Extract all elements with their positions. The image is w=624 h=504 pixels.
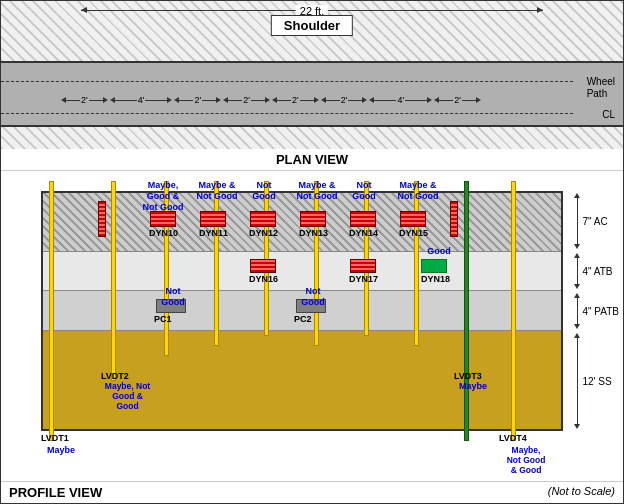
lvdt4-post (511, 181, 516, 441)
dyn13-block (300, 211, 326, 227)
dim-2-4: 2' (272, 95, 319, 105)
ss-dim-row: 12' SS (574, 331, 619, 431)
dyn17-block (350, 259, 376, 273)
dyn10-label: DYN10 (149, 228, 178, 238)
plan-view-label: PLAN VIEW (1, 149, 623, 171)
road-area: 22 ft. Shoulder (1, 1, 623, 149)
wheel-path-line (1, 81, 573, 82)
shoulder-top: 22 ft. Shoulder (1, 1, 623, 63)
dyn12-block (250, 211, 276, 227)
patb-dim-row: 4" PATB (574, 291, 619, 331)
anno-dyn12: NotGood (244, 180, 284, 202)
not-to-scale-label: (Not to Scale) (548, 485, 615, 500)
dyn16-block (250, 259, 276, 273)
anno-dyn18-good: Good (421, 246, 457, 257)
lvdt3-red-block (450, 201, 458, 237)
anno-dyn14: NotGood (344, 180, 384, 202)
anno-pc2: NotGood (293, 286, 333, 308)
dyn10-block (150, 211, 176, 227)
dyn11-post (214, 181, 219, 346)
anno-lvdt1: Maybe (41, 445, 81, 456)
anno-lvdt2: Maybe, NotGood &Good (100, 381, 155, 412)
anno-lvdt4: Maybe,Not Good& Good (498, 445, 554, 476)
wheel-path-label: WheelPath (587, 76, 615, 100)
dim-2-5: 2' (321, 95, 368, 105)
dyn14-label: DYN14 (349, 228, 378, 238)
anno-dyn11: Maybe &Not Good (193, 180, 241, 202)
anno-pc1: NotGood (153, 286, 193, 308)
dyn11-block (200, 211, 226, 227)
dim-4-1: 4' (110, 95, 173, 105)
atb-dim-row: 4" ATB (574, 251, 619, 291)
lvdt2-red-block (98, 201, 106, 237)
anno-lvdt3: Maybe (451, 381, 495, 392)
bottom-section: PLAN VIEW (1, 149, 623, 503)
pc1-label: PC1 (154, 314, 172, 324)
lvdt1-post (49, 181, 54, 441)
bottom-label-row: PROFILE VIEW (Not to Scale) (1, 481, 623, 503)
profile-area: 7" AC 4" ATB (1, 171, 623, 481)
lvdt2-label: LVDT2 (101, 371, 129, 381)
lvdt3-label: LVDT3 (454, 371, 482, 381)
profile-view-label: PROFILE VIEW (9, 485, 102, 500)
lvdt4-label: LVDT4 (499, 433, 527, 443)
dim-2-3: 2' (223, 95, 270, 105)
pc2-label: PC2 (294, 314, 312, 324)
dyn14-block (350, 211, 376, 227)
shoulder-label: Shoulder (271, 15, 353, 36)
ac-dim-label: 7" AC (582, 216, 607, 227)
dyn18-label: DYN18 (421, 274, 450, 284)
anno-dyn15: Maybe &Not Good (394, 180, 442, 202)
dim-4-2: 4' (369, 95, 432, 105)
dyn13-label: DYN13 (299, 228, 328, 238)
dyn16-label: DYN16 (249, 274, 278, 284)
anno-dyn10: Maybe,Good &Not Good (141, 180, 185, 212)
dim-2-1: 2' (61, 95, 108, 105)
road-gray: 2' 4' (1, 63, 623, 125)
atb-dim-label: 4" ATB (582, 266, 612, 277)
patb-dim-label: 4" PATB (582, 306, 619, 317)
lvdt2-post (111, 181, 116, 381)
dyn15-label: DYN15 (399, 228, 428, 238)
cl-label: CL (602, 109, 615, 120)
top-section: 22 ft. Shoulder (1, 1, 623, 149)
ac-dim-row: 7" AC (574, 191, 619, 251)
atb-layer (41, 251, 563, 291)
lvdt1-label: LVDT1 (41, 433, 69, 443)
shoulder-bottom (1, 125, 623, 149)
dyn17-label: DYN17 (349, 274, 378, 284)
dyn15-block (400, 211, 426, 227)
ss-dim-label: 12' SS (582, 376, 611, 387)
right-dims: 7" AC 4" ATB (574, 191, 619, 431)
anno-dyn13: Maybe &Not Good (293, 180, 341, 202)
dyn12-label: DYN12 (249, 228, 278, 238)
dim-2-2: 2' (174, 95, 221, 105)
dyn11-label: DYN11 (199, 228, 228, 238)
dyn18-block (421, 259, 447, 273)
dim-2-6: 2' (434, 95, 481, 105)
dyn15-post (414, 181, 419, 346)
main-container: 22 ft. Shoulder (0, 0, 624, 504)
lvdt3-post (464, 181, 469, 441)
cl-line (1, 113, 573, 114)
dyn13-post (314, 181, 319, 346)
